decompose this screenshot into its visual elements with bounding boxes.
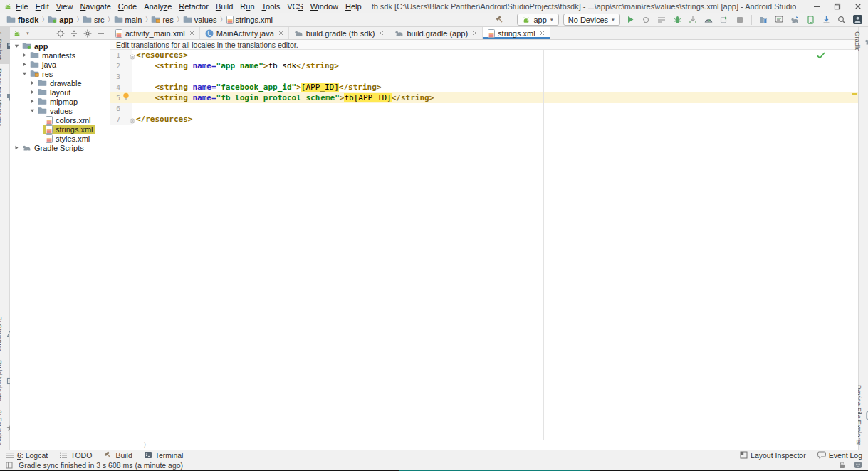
stop-button[interactable] — [734, 14, 746, 26]
device-manager-button[interactable] — [805, 14, 816, 26]
breadcrumb-strings-xml[interactable]: strings.xml — [225, 16, 275, 24]
tab-build-gradle-fb-sdk[interactable]: build.gradle (fb sdk) — [289, 27, 390, 39]
close-tab-icon[interactable] — [189, 30, 194, 37]
sdk-manager-button[interactable] — [820, 14, 832, 26]
search-button[interactable] — [836, 14, 847, 26]
chevron-right-icon[interactable] — [30, 99, 35, 104]
chevron-right-icon[interactable] — [30, 90, 35, 95]
run-button[interactable] — [624, 14, 636, 26]
chevron-right-icon[interactable] — [30, 80, 35, 85]
close-tab-icon[interactable] — [472, 30, 477, 37]
menu-file[interactable]: File — [12, 0, 32, 13]
tree-item-drawable[interactable]: drawable — [10, 78, 110, 88]
tree-item-app[interactable]: app — [10, 41, 110, 51]
breadcrumb-app[interactable]: app — [46, 16, 75, 24]
breadcrumb-res[interactable]: res — [150, 16, 174, 24]
gradle-indicator-icon[interactable] — [854, 461, 862, 469]
menu-run[interactable]: Run — [236, 0, 258, 13]
tree-item-java[interactable]: java — [10, 60, 110, 69]
tab-mainactivity-java[interactable]: CMainActivity.java — [200, 27, 289, 39]
close-tab-icon[interactable] — [379, 30, 384, 37]
chevron-right-icon[interactable] — [22, 53, 27, 58]
code-line[interactable]: 2 <string name="app_name">fb sdk</string… — [110, 60, 858, 71]
collapse-all-button[interactable] — [68, 28, 80, 39]
debug-button[interactable] — [671, 14, 683, 26]
menu-edit[interactable]: Edit — [32, 0, 53, 13]
toolwindow-toggle-icon[interactable] — [6, 462, 13, 469]
record-button[interactable] — [718, 14, 730, 26]
hide-button[interactable] — [95, 28, 107, 39]
inspection-ok-icon[interactable] — [817, 52, 825, 61]
profile-button[interactable] — [703, 14, 714, 26]
toolwindow-todo[interactable]: TODO — [59, 451, 92, 460]
tree-item-gradle-scripts[interactable]: Gradle Scripts — [10, 143, 110, 152]
fold-marker-icon[interactable] — [130, 116, 135, 127]
code-line[interactable]: 4 <string name="facebook_app_id">[APP_ID… — [110, 82, 858, 92]
menu-vcs[interactable]: VCS — [283, 0, 307, 13]
code-line[interactable]: 1<resources> — [110, 50, 858, 60]
toolbar-actions: app▼No Devices▼ — [493, 14, 863, 26]
tree-item-colors-xml[interactable]: colors.xml — [10, 115, 110, 125]
chevron-right-icon[interactable] — [14, 145, 19, 150]
menu-navigate[interactable]: Navigate — [76, 0, 114, 13]
code-line[interactable]: 3 — [110, 71, 858, 82]
window-minimize-button[interactable] — [806, 0, 827, 13]
gear-button[interactable] — [82, 28, 93, 39]
menu-window[interactable]: Window — [307, 0, 342, 13]
menu-help[interactable]: Help — [342, 0, 365, 13]
tab-build-gradle-app[interactable]: build.gradle (app) — [389, 27, 483, 39]
chevron-right-icon[interactable] — [22, 62, 27, 67]
device-file-explorer-button[interactable] — [758, 14, 769, 26]
chevron-down-icon[interactable] — [22, 71, 27, 76]
chevron-down-icon[interactable] — [14, 43, 19, 48]
code-line[interactable]: 5 <string name="fb_login_protocol_scheme… — [110, 92, 858, 103]
build-project-button[interactable] — [493, 14, 505, 26]
device-selector[interactable]: No Devices▼ — [563, 14, 620, 26]
sync-gradle-button[interactable] — [789, 14, 800, 26]
menu-code[interactable]: Code — [115, 0, 140, 13]
tree-item-layout[interactable]: layout — [10, 88, 110, 97]
toolwindow-layout-inspector[interactable]: Layout Inspector — [740, 451, 806, 460]
editor[interactable]: 1<resources>2 <string name="app_name">fb… — [110, 50, 858, 440]
menu-analyze[interactable]: Analyze — [140, 0, 175, 13]
lock-icon[interactable] — [839, 461, 845, 469]
tree-item-strings-xml[interactable]: strings.xml — [10, 125, 110, 134]
run-list-button[interactable] — [656, 14, 667, 26]
intention-bulb-icon[interactable] — [122, 92, 130, 104]
tree-item-res[interactable]: res — [10, 69, 110, 78]
menu-build[interactable]: Build — [212, 0, 236, 13]
menu-refactor[interactable]: Refactor — [175, 0, 212, 13]
attach-debugger-button[interactable] — [687, 14, 699, 26]
close-tab-icon[interactable] — [278, 30, 283, 37]
toolwindow-6-logcat[interactable]: 6: Logcat — [6, 451, 48, 460]
tree-item-manifests[interactable]: manifests — [10, 51, 110, 60]
tree-item-styles-xml[interactable]: styles.xml — [10, 134, 110, 143]
xml-file-icon — [46, 116, 53, 125]
toolwindow-build[interactable]: Build — [103, 450, 132, 460]
code-line[interactable]: 6 — [110, 103, 858, 114]
breadcrumb-fbsdk[interactable]: fbsdk — [5, 16, 40, 24]
avatar-button[interactable] — [852, 14, 863, 26]
tree-item-mipmap[interactable]: mipmap — [10, 97, 110, 106]
tab-strings-xml[interactable]: strings.xml — [483, 27, 550, 39]
warning-stripe-mark[interactable] — [852, 93, 857, 95]
tree-item-values[interactable]: values — [10, 106, 110, 115]
breadcrumb-main[interactable]: main — [113, 16, 144, 24]
close-tab-icon[interactable] — [540, 30, 545, 37]
menu-view[interactable]: View — [53, 0, 77, 13]
chevron-down-icon[interactable] — [30, 108, 35, 113]
code-line[interactable]: 7</resources> — [110, 114, 858, 125]
rerun-button[interactable] — [640, 14, 652, 26]
window-close-button[interactable] — [847, 0, 868, 13]
tab-activity-main-xml[interactable]: activity_main.xml — [110, 27, 200, 39]
toolwindow-terminal[interactable]: Terminal — [144, 451, 184, 460]
breadcrumb-src[interactable]: src — [81, 16, 106, 24]
run-configuration-selector[interactable]: app▼ — [517, 14, 558, 26]
target-button[interactable] — [55, 28, 66, 39]
breadcrumb-values[interactable]: values — [182, 16, 219, 24]
window-maximize-button[interactable] — [827, 0, 847, 13]
logcat-window-button[interactable] — [773, 14, 785, 26]
project-tree: appmanifestsjavaresdrawablelayoutmipmapv… — [10, 40, 110, 450]
menu-tools[interactable]: Tools — [258, 0, 284, 13]
toolwindow-event-log[interactable]: Event Log — [817, 451, 862, 460]
